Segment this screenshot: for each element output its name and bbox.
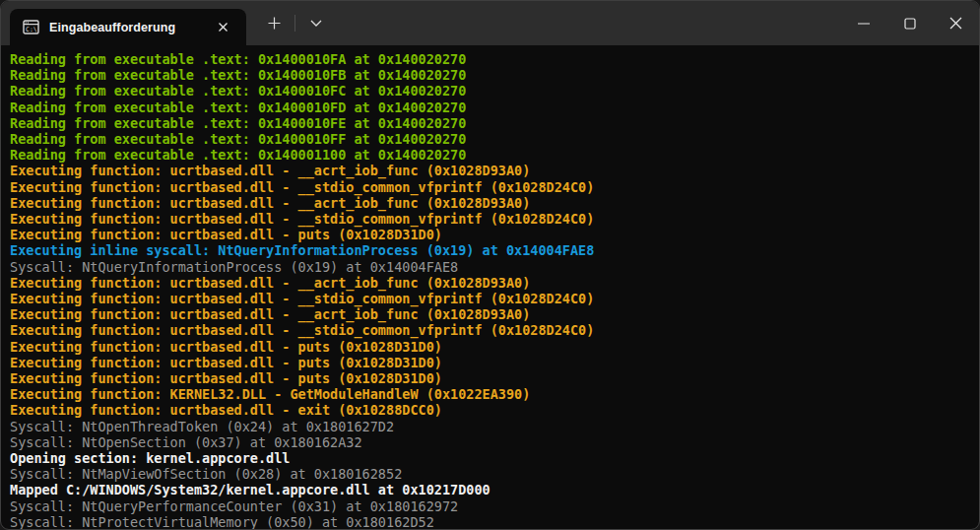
svg-text:C:\: C:\ [26, 26, 37, 33]
terminal-line: Syscall: NtQueryPerformanceCounter (0x31… [10, 498, 971, 514]
title-bar: C:\ Eingabeaufforderung [1, 1, 979, 45]
minimize-button[interactable] [840, 1, 886, 45]
cmd-icon: C:\ [23, 20, 39, 34]
terminal-line: Executing function: ucrtbased.dll - __st… [10, 179, 971, 195]
terminal-line: Executing function: ucrtbased.dll - __st… [10, 322, 971, 338]
minimize-icon [858, 23, 870, 25]
terminal-line: Syscall: NtOpenSection (0x37) at 0x18016… [10, 434, 971, 450]
terminal-line: Reading from executable .text: 0x1400010… [10, 131, 971, 147]
terminal-line: Reading from executable .text: 0x1400010… [10, 67, 971, 83]
tab-eingabeaufforderung[interactable]: C:\ Eingabeaufforderung [10, 9, 246, 45]
terminal-line: Syscall: NtMapViewOfSection (0x28) at 0x… [10, 466, 971, 482]
terminal-line: Reading from executable .text: 0x1400010… [10, 83, 971, 99]
terminal-line: Reading from executable .text: 0x1400010… [10, 99, 971, 115]
tab-dropdown-button[interactable] [301, 10, 331, 37]
terminal-line: Syscall: NtProtectVirtualMemory (0x50) a… [10, 514, 971, 529]
maximize-button[interactable] [886, 1, 933, 45]
terminal-line: Executing function: KERNEL32.DLL - GetMo… [10, 386, 971, 402]
terminal-line: Opening section: kernel.appcore.dll [10, 450, 971, 466]
terminal-line: Executing function: ucrtbased.dll - __ac… [10, 195, 971, 211]
tab-title: Eingabeaufforderung [49, 21, 211, 34]
tab-close-icon[interactable] [211, 16, 234, 39]
terminal-line: Reading from executable .text: 0x1400010… [10, 115, 971, 131]
terminal-line: Syscall: NtOpenThreadToken (0x24) at 0x1… [10, 419, 971, 434]
terminal-line: Reading from executable .text: 0x1400010… [10, 51, 971, 67]
terminal-line: Executing function: ucrtbased.dll - __ac… [10, 306, 971, 322]
close-button[interactable] [933, 1, 979, 45]
terminal-line: Executing function: ucrtbased.dll - puts… [10, 370, 971, 386]
terminal-line: Executing function: ucrtbased.dll - __ac… [10, 275, 971, 291]
chevron-down-icon [310, 20, 322, 27]
terminal-line: Executing function: ucrtbased.dll - __st… [10, 291, 971, 306]
terminal-window: C:\ Eingabeaufforderung [0, 0, 980, 530]
terminal-line: Executing function: ucrtbased.dll - puts… [10, 355, 971, 370]
terminal-line: Executing function: ucrtbased.dll - exit… [10, 402, 971, 418]
new-tab-button[interactable] [259, 10, 289, 37]
terminal-output[interactable]: Reading from executable .text: 0x1400010… [1, 45, 979, 529]
close-icon [949, 17, 962, 30]
maximize-icon [904, 18, 916, 30]
terminal-line: Executing function: ucrtbased.dll - puts… [10, 339, 971, 355]
terminal-line: Syscall: NtQueryInformationProcess (0x19… [10, 259, 971, 275]
tab-bar-separator [294, 15, 295, 32]
terminal-line: Executing function: ucrtbased.dll - puts… [10, 227, 971, 242]
terminal-line: Mapped C:/WINDOWS/System32/kernel.appcor… [10, 482, 971, 497]
terminal-line: Executing function: ucrtbased.dll - __ac… [10, 163, 971, 178]
terminal-line: Reading from executable .text: 0x1400011… [10, 147, 971, 163]
terminal-line: Executing function: ucrtbased.dll - __st… [10, 211, 971, 227]
terminal-line: Executing inline syscall: NtQueryInforma… [10, 242, 971, 258]
plus-icon [268, 17, 281, 30]
